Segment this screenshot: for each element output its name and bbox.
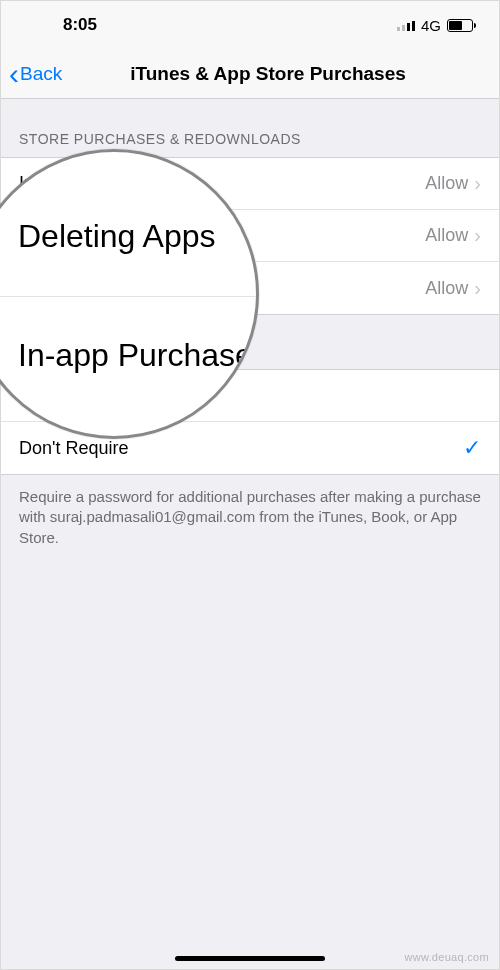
nav-bar: ‹ Back iTunes & App Store Purchases [1,49,499,99]
row-value: Allow › [425,172,481,195]
back-button[interactable]: ‹ Back [1,59,62,89]
network-label: 4G [421,17,441,34]
chevron-left-icon: ‹ [9,59,19,89]
row-value: Allow › [425,224,481,247]
screen: 8:05 4G ‹ Back iTunes & App Store Purcha… [0,0,500,970]
section-footer-note: Require a password for additional purcha… [1,475,499,560]
status-right: 4G [397,17,473,34]
signal-icon [397,19,415,31]
row-value: Allow › [425,277,481,300]
home-indicator[interactable] [175,956,325,961]
checkmark-icon: ✓ [463,435,481,461]
back-label: Back [20,63,62,85]
chevron-right-icon: › [474,172,481,195]
chevron-right-icon: › [474,224,481,247]
section-header-purchases: STORE PURCHASES & REDOWNLOADS [1,99,499,157]
watermark: www.deuaq.com [404,951,489,963]
status-bar: 8:05 4G [1,1,499,49]
battery-icon [447,19,473,32]
status-time: 8:05 [63,15,97,35]
page-title: iTunes & App Store Purchases [1,63,499,85]
row-label: Don't Require [19,438,129,459]
chevron-right-icon: › [474,277,481,300]
